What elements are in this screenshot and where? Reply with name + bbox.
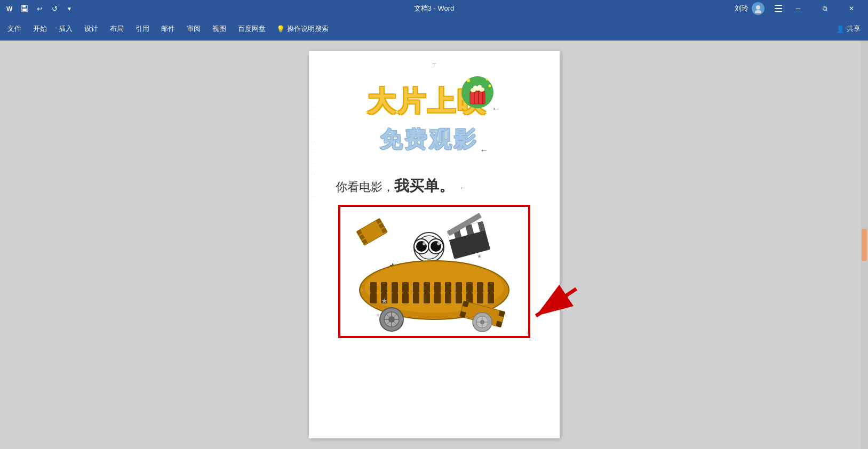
title-wrapper: 大片上映 ← — [368, 83, 500, 121]
save-icon[interactable] — [19, 3, 30, 14]
svg-rect-57 — [434, 282, 441, 293]
film-image-box[interactable]: ★ ★ ★ — [338, 205, 530, 338]
svg-rect-61 — [477, 282, 483, 293]
svg-point-13 — [488, 85, 491, 87]
left-ruler: ····· ····· — [314, 94, 315, 199]
svg-rect-68 — [424, 293, 430, 303]
film-image-container: ★ ★ ★ — [338, 205, 530, 338]
svg-rect-70 — [445, 293, 451, 303]
popcorn-icon — [460, 75, 495, 110]
svg-rect-67 — [413, 293, 419, 303]
title-bar-right: 刘玲 ─ ⧉ ✕ — [735, 0, 864, 17]
tagline-bold: 我买单。 — [394, 178, 454, 194]
svg-rect-56 — [424, 282, 430, 293]
tab-insert[interactable]: 插入 — [53, 22, 78, 36]
share-button[interactable]: 👤 共享 — [831, 22, 866, 36]
minimize-button[interactable]: ─ — [786, 0, 810, 17]
svg-rect-51 — [370, 282, 377, 293]
svg-rect-60 — [466, 282, 473, 293]
search-area[interactable]: 💡 操作说明搜索 — [276, 24, 329, 34]
svg-rect-65 — [392, 293, 398, 303]
tab-baidu[interactable]: 百度网盘 — [233, 22, 271, 36]
svg-point-6 — [755, 10, 761, 13]
window-title: 文档3 - Word — [414, 4, 455, 13]
svg-point-38 — [437, 242, 440, 245]
tab-references[interactable]: 引用 — [130, 22, 155, 36]
tagline: 你看电影，我买单。 ← — [336, 176, 467, 196]
svg-text:★: ★ — [376, 312, 380, 318]
svg-point-5 — [756, 5, 760, 10]
tab-review[interactable]: 审阅 — [181, 22, 206, 36]
doc-content: 大片上映 ← — [325, 62, 544, 338]
document-page: ┬ ····· ····· 大片上映 ← — [309, 51, 560, 438]
svg-rect-58 — [445, 282, 451, 293]
svg-rect-7 — [775, 5, 782, 6]
svg-rect-8 — [775, 8, 782, 9]
svg-line-95 — [536, 289, 576, 316]
ribbon: 文件 开始 插入 设计 布局 引用 邮件 审阅 视图 百度网盘 💡 操作说明搜索… — [0, 17, 868, 41]
svg-text:W: W — [6, 5, 13, 13]
restore-button[interactable]: ⧉ — [813, 0, 837, 17]
tab-layout[interactable]: 布局 — [105, 22, 129, 36]
word-icon: W — [4, 3, 15, 14]
svg-point-23 — [477, 85, 482, 89]
svg-rect-59 — [456, 282, 462, 293]
svg-point-35 — [423, 242, 426, 245]
customize-icon[interactable]: ▼ — [64, 3, 75, 14]
svg-point-22 — [473, 86, 477, 90]
ribbon-display-icon[interactable] — [773, 3, 784, 14]
tab-file[interactable]: 文件 — [2, 22, 27, 36]
svg-rect-71 — [456, 293, 462, 303]
user-avatar — [752, 2, 765, 15]
search-bulb-icon: 💡 — [276, 25, 285, 33]
redo-icon[interactable]: ↺ — [49, 3, 60, 14]
svg-text:★: ★ — [477, 253, 482, 259]
svg-rect-63 — [370, 293, 377, 303]
svg-rect-74 — [488, 293, 494, 303]
svg-rect-62 — [488, 282, 494, 293]
scrollbar[interactable] — [861, 41, 868, 449]
title-bar: W ↩ ↺ ▼ 文档3 - Word 刘玲 — [0, 0, 868, 17]
subtitle-area: 免费观影 ← — [380, 125, 489, 176]
tab-design[interactable]: 设计 — [79, 22, 103, 36]
svg-rect-52 — [381, 282, 387, 293]
red-arrow — [525, 285, 584, 322]
svg-rect-4 — [22, 9, 27, 11]
user-area[interactable]: 刘玲 — [735, 2, 765, 15]
tagline-start: 你看电影， — [336, 180, 394, 194]
search-label: 操作说明搜索 — [287, 24, 329, 34]
share-person-icon: 👤 — [836, 25, 845, 33]
svg-rect-3 — [22, 5, 26, 7]
svg-rect-55 — [413, 282, 419, 293]
subtitle: 免费观影 — [380, 125, 478, 155]
top-ruler-mark: ┬ — [432, 61, 436, 67]
page-corner-mark: └ — [525, 331, 529, 337]
close-button[interactable]: ✕ — [839, 0, 864, 17]
user-name: 刘玲 — [735, 4, 748, 13]
main-title-area: 大片上映 ← — [325, 83, 544, 121]
tab-home[interactable]: 开始 — [28, 22, 52, 36]
undo-icon[interactable]: ↩ — [34, 3, 45, 14]
tab-mailings[interactable]: 邮件 — [156, 22, 180, 36]
svg-rect-73 — [477, 293, 483, 303]
tab-view[interactable]: 视图 — [207, 22, 232, 36]
svg-rect-66 — [402, 293, 409, 303]
svg-point-12 — [486, 78, 488, 81]
svg-rect-54 — [402, 282, 409, 293]
title-bar-left: W ↩ ↺ ▼ — [4, 3, 75, 14]
svg-rect-69 — [434, 293, 441, 303]
main-area: ┬ ····· ····· 大片上映 ← — [0, 41, 868, 449]
svg-rect-53 — [392, 282, 398, 293]
film-reel-svg: ★ ★ ★ — [349, 210, 520, 333]
paragraph-mark-3: ← — [459, 183, 467, 192]
scrollbar-thumb[interactable] — [862, 229, 867, 261]
svg-point-11 — [467, 79, 470, 82]
svg-text:★: ★ — [381, 296, 388, 305]
svg-rect-9 — [775, 11, 782, 12]
paragraph-mark-2: ← — [480, 146, 489, 155]
